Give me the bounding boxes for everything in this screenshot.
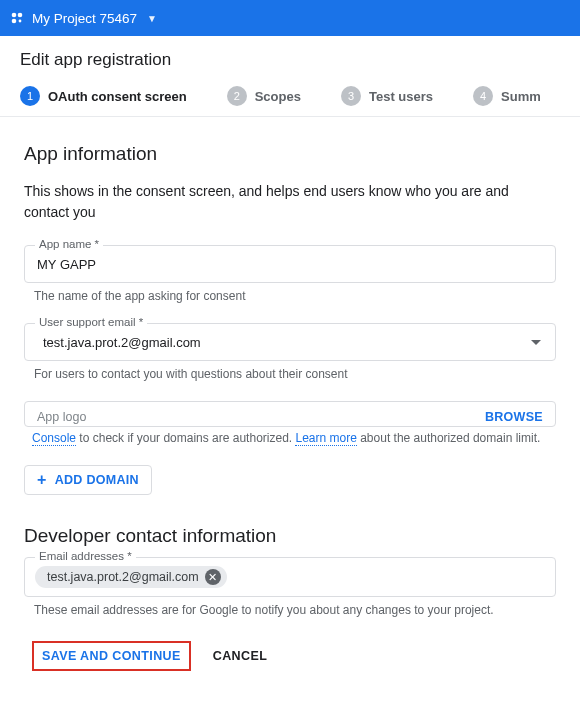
svg-point-0 [12, 13, 17, 18]
step-scopes[interactable]: 2 Scopes [227, 86, 301, 106]
step-label: Test users [369, 89, 433, 104]
chevron-down-icon: ▼ [147, 13, 157, 24]
search-console-link[interactable]: Console [32, 431, 76, 446]
browse-button[interactable]: BROWSE [485, 410, 543, 424]
step-number: 3 [341, 86, 361, 106]
step-label: OAuth consent screen [48, 89, 187, 104]
chevron-down-icon [531, 340, 541, 345]
step-oauth-consent[interactable]: 1 OAuth consent screen [20, 86, 187, 106]
dev-email-label: Email addresses * [35, 550, 136, 562]
domain-hint: Console to check if your domains are aut… [32, 429, 556, 447]
learn-more-link[interactable]: Learn more [295, 431, 356, 446]
step-label: Summ [501, 89, 541, 104]
save-and-continue-button[interactable]: SAVE AND CONTINUE [32, 641, 191, 671]
stepper: 1 OAuth consent screen 2 Scopes 3 Test u… [0, 82, 580, 117]
add-domain-button[interactable]: + ADD DOMAIN [24, 465, 152, 495]
app-logo-label: App logo [37, 410, 86, 424]
support-email-helper: For users to contact you with questions … [34, 367, 556, 381]
cancel-button[interactable]: CANCEL [213, 649, 267, 663]
gcp-logo-icon [10, 11, 24, 25]
app-name-field[interactable]: App name * [24, 245, 556, 283]
svg-point-3 [19, 20, 22, 23]
app-info-sub: This shows in the consent screen, and he… [24, 181, 544, 223]
step-test-users[interactable]: 3 Test users [341, 86, 433, 106]
step-number: 2 [227, 86, 247, 106]
email-chip: test.java.prot.2@gmail.com ✕ [35, 566, 227, 588]
app-name-input[interactable] [25, 246, 555, 282]
step-number: 1 [20, 86, 40, 106]
app-logo-field[interactable]: App logo BROWSE [24, 401, 556, 427]
dev-contact-heading: Developer contact information [24, 525, 556, 547]
support-email-field[interactable]: User support email * test.java.prot.2@gm… [24, 323, 556, 361]
page-title: Edit app registration [0, 36, 580, 82]
step-summary[interactable]: 4 Summ [473, 86, 541, 106]
project-selector[interactable]: My Project 75467 [32, 11, 137, 26]
app-info-heading: App information [24, 143, 556, 165]
app-name-helper: The name of the app asking for consent [34, 289, 556, 303]
step-number: 4 [473, 86, 493, 106]
svg-point-2 [12, 19, 17, 24]
action-row: SAVE AND CONTINUE CANCEL [24, 641, 556, 671]
app-name-label: App name * [35, 238, 103, 250]
dev-email-helper: These email addresses are for Google to … [34, 603, 556, 617]
remove-chip-icon[interactable]: ✕ [205, 569, 221, 585]
dev-email-field[interactable]: Email addresses * test.java.prot.2@gmail… [24, 557, 556, 597]
support-email-label: User support email * [35, 316, 147, 328]
content: App information This shows in the consen… [0, 117, 580, 701]
step-label: Scopes [255, 89, 301, 104]
support-email-select[interactable]: test.java.prot.2@gmail.com [25, 324, 555, 360]
svg-point-1 [18, 13, 23, 18]
support-email-value: test.java.prot.2@gmail.com [43, 335, 201, 350]
top-bar: My Project 75467 ▼ [0, 0, 580, 36]
email-chip-text: test.java.prot.2@gmail.com [47, 570, 199, 584]
add-domain-label: ADD DOMAIN [55, 473, 139, 487]
